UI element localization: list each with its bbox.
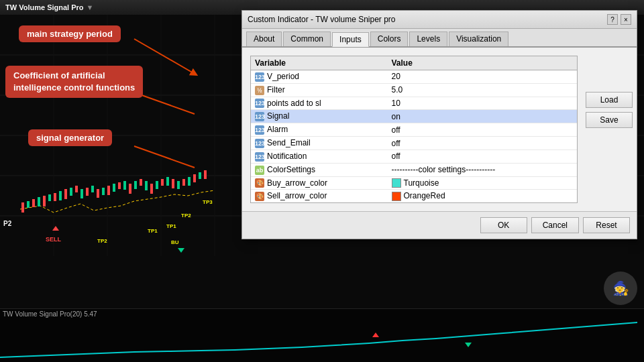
table-row[interactable]: abColorSettings ----------color settings… <box>251 163 577 176</box>
annotation-signal: signal generator <box>28 129 112 146</box>
custom-indicator-dialog: Custom Indicator - TW volume Sniper pro … <box>241 10 637 239</box>
svg-rect-28 <box>123 181 126 190</box>
dialog-tabs: About Common Inputs Colors Levels Visual… <box>242 29 637 48</box>
table-row[interactable]: 123V_period 20 <box>251 70 577 84</box>
watermark-logo: 🧙 <box>604 272 637 305</box>
col-variable: Variable <box>251 56 388 70</box>
side-buttons-panel: Load Save <box>582 52 633 207</box>
svg-rect-24 <box>102 188 105 195</box>
svg-rect-35 <box>161 179 164 186</box>
row-icon: 123 <box>255 152 264 162</box>
svg-rect-17 <box>64 189 67 199</box>
table-row[interactable]: 123Alarm off <box>251 123 577 137</box>
svg-text:TP3: TP3 <box>203 199 213 205</box>
row-icon: 🎨 <box>255 178 264 188</box>
row-icon: 123 <box>255 125 264 135</box>
color-swatch-orangered <box>392 192 401 201</box>
svg-rect-11 <box>32 199 35 207</box>
tab-visualization[interactable]: Visualization <box>449 32 508 46</box>
variables-table: Variable Value 123V_period 20 ½Filter 5.… <box>251 56 577 203</box>
dialog-close-button[interactable]: × <box>621 14 631 25</box>
svg-marker-54 <box>372 333 379 337</box>
save-button[interactable]: Save <box>586 112 633 128</box>
annotation-coefficient: Coefficient of artificialintelligence co… <box>5 66 143 98</box>
svg-text:TP2: TP2 <box>181 213 191 219</box>
row-icon: ab <box>255 166 264 175</box>
svg-text:BU: BU <box>171 239 179 245</box>
svg-rect-20 <box>80 189 83 198</box>
cancel-button[interactable]: Cancel <box>531 217 579 233</box>
table-row[interactable]: 123Notification off <box>251 149 577 163</box>
svg-rect-42 <box>199 172 201 179</box>
svg-rect-41 <box>193 174 196 182</box>
svg-rect-12 <box>38 197 40 206</box>
svg-marker-55 <box>465 343 472 347</box>
svg-text:P2: P2 <box>3 220 12 227</box>
variables-table-container[interactable]: Variable Value 123V_period 20 ½Filter 5.… <box>250 56 578 203</box>
svg-rect-29 <box>129 184 131 194</box>
svg-text:TP1: TP1 <box>148 228 158 234</box>
svg-rect-32 <box>145 181 148 190</box>
annotation-strategy: main strategy period <box>19 25 121 42</box>
tab-about[interactable]: About <box>246 32 282 46</box>
table-row[interactable]: ½Filter 5.0 <box>251 83 577 97</box>
svg-rect-19 <box>75 186 78 192</box>
chart-title: TW Volume Signal Pro <box>5 3 84 11</box>
svg-rect-34 <box>156 181 158 189</box>
load-button[interactable]: Load <box>586 92 633 108</box>
svg-rect-13 <box>43 196 46 206</box>
svg-rect-37 <box>172 179 174 188</box>
svg-rect-27 <box>118 182 121 189</box>
svg-text:TP2: TP2 <box>97 238 107 244</box>
svg-rect-14 <box>48 194 51 201</box>
svg-text:TP1: TP1 <box>166 223 176 229</box>
svg-rect-43 <box>204 170 207 179</box>
svg-rect-15 <box>54 193 56 201</box>
table-row[interactable]: 123points add to sl 10 <box>251 97 577 110</box>
dialog-titlebar: Custom Indicator - TW volume Sniper pro … <box>242 11 637 29</box>
svg-rect-36 <box>166 177 169 186</box>
svg-rect-18 <box>70 188 72 196</box>
tab-colors[interactable]: Colors <box>370 32 409 46</box>
svg-rect-40 <box>188 177 191 186</box>
row-icon: 🎨 <box>255 192 264 201</box>
dialog-content: Variable Value 123V_period 20 ½Filter 5.… <box>242 48 637 211</box>
row-icon: 123 <box>255 112 264 121</box>
svg-rect-25 <box>107 186 110 195</box>
row-icon: 123 <box>255 99 264 108</box>
svg-rect-23 <box>97 189 99 198</box>
table-row[interactable]: 123Signal on <box>251 110 577 123</box>
table-row[interactable]: 🎨Sell_arrow_color OrangeRed <box>251 190 577 203</box>
row-icon: 123 <box>255 72 264 82</box>
dialog-footer: OK Cancel Reset <box>242 211 637 239</box>
svg-rect-26 <box>113 184 115 192</box>
tab-levels[interactable]: Levels <box>409 32 447 46</box>
svg-rect-30 <box>134 181 137 189</box>
row-icon: ½ <box>255 86 264 95</box>
dialog-help-button[interactable]: ? <box>607 14 618 25</box>
table-row[interactable]: 123Send_Email off <box>251 137 577 150</box>
dialog-titlebar-buttons: ? × <box>607 14 631 25</box>
svg-rect-21 <box>86 188 89 196</box>
svg-text:SELL: SELL <box>46 236 62 243</box>
row-icon: 123 <box>255 139 264 148</box>
col-value: Value <box>388 56 577 70</box>
tab-inputs[interactable]: Inputs <box>332 32 369 47</box>
svg-rect-9 <box>21 202 24 213</box>
svg-rect-22 <box>91 186 94 192</box>
table-row[interactable]: 🎨Buy_arrow_color Turquoise <box>251 176 577 190</box>
svg-rect-16 <box>59 191 62 200</box>
dialog-title: Custom Indicator - TW volume Sniper pro <box>248 15 396 24</box>
reset-button[interactable]: Reset <box>583 217 630 233</box>
indicator-area: TW Volume Signal Pro(20) 5.47 <box>0 308 644 362</box>
svg-rect-39 <box>182 179 185 186</box>
tab-common[interactable]: Common <box>283 32 331 46</box>
svg-marker-46 <box>178 248 184 253</box>
svg-rect-10 <box>27 201 30 208</box>
svg-rect-31 <box>140 179 142 186</box>
svg-rect-33 <box>150 184 153 194</box>
color-swatch-turquoise <box>392 178 401 188</box>
indicator-svg <box>0 309 644 361</box>
svg-rect-38 <box>177 181 180 189</box>
ok-button[interactable]: OK <box>480 217 527 233</box>
